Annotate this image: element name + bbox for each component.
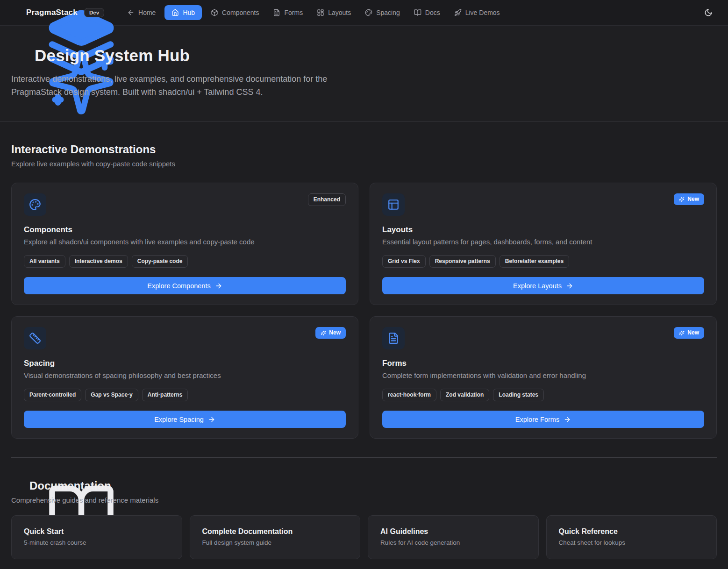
- nav-item-spacing[interactable]: Spacing: [360, 5, 405, 20]
- docs-section-title: Documentation: [29, 479, 111, 492]
- card-title: Layouts: [382, 225, 704, 235]
- moon-icon: [704, 8, 713, 17]
- tag-row: react-hook-form Zod validation Loading s…: [382, 389, 704, 401]
- file-text-icon: [382, 327, 405, 349]
- demo-card-components: Enhanced Components Explore all shadcn/u…: [11, 183, 358, 305]
- doc-card-ai-guidelines[interactable]: AI Guidelines Rules for AI code generati…: [368, 515, 539, 559]
- ruler-icon: [24, 327, 46, 349]
- tag: Before/after examples: [500, 255, 569, 268]
- card-description: Explore all shadcn/ui components with li…: [24, 238, 346, 246]
- doc-card-description: Cheat sheet for lookups: [559, 539, 705, 546]
- doc-card-title: Quick Reference: [559, 527, 705, 536]
- tag: Anti-patterns: [142, 389, 188, 401]
- main-nav: Home Hub Components Forms Layouts Spacin…: [122, 5, 505, 20]
- tag: react-hook-form: [382, 389, 436, 401]
- tag: Responsive patterns: [429, 255, 496, 268]
- sparkles-icon: [11, 47, 28, 64]
- doc-card-description: 5-minute crash course: [24, 539, 170, 546]
- nav-item-home[interactable]: Home: [122, 5, 161, 20]
- doc-card-quick-start[interactable]: Quick Start 5-minute crash course: [11, 515, 182, 559]
- tag-row: All variants Interactive demos Copy-past…: [24, 255, 346, 268]
- nav-item-components[interactable]: Components: [206, 5, 264, 20]
- tag: Interactive demos: [69, 255, 128, 268]
- book-open-icon: [414, 9, 421, 16]
- card-title: Components: [24, 225, 346, 235]
- nav-item-docs[interactable]: Docs: [409, 5, 445, 20]
- arrow-right-icon: [215, 282, 222, 290]
- layers-logo-icon: [11, 7, 21, 18]
- nav-item-layouts[interactable]: Layouts: [312, 5, 356, 20]
- doc-card-title: Quick Start: [24, 527, 170, 536]
- doc-card-quick-reference[interactable]: Quick Reference Cheat sheet for lookups: [546, 515, 717, 559]
- layout-dashboard-icon: [317, 9, 324, 16]
- brand[interactable]: PragmaStack Dev: [11, 7, 104, 18]
- brand-name: PragmaStack: [26, 8, 78, 17]
- arrow-right-icon: [208, 416, 215, 423]
- card-description: Visual demonstrations of spacing philoso…: [24, 371, 346, 379]
- nav-item-hub[interactable]: Hub: [164, 5, 202, 20]
- demo-card-layouts: New Layouts Essential layout patterns fo…: [370, 183, 717, 305]
- rocket-icon: [454, 9, 462, 16]
- top-navbar: PragmaStack Dev Home Hub Components Form…: [0, 0, 728, 26]
- explore-spacing-button[interactable]: Explore Spacing: [24, 411, 346, 428]
- arrow-left-icon: [127, 9, 135, 16]
- doc-card-description: Rules for AI code generation: [380, 539, 526, 546]
- demo-card-forms: New Forms Complete form implementations …: [370, 316, 717, 439]
- tag: Zod validation: [440, 389, 489, 401]
- doc-card-title: Complete Documentation: [202, 527, 348, 536]
- main-content: Interactive Demonstrations Explore live …: [0, 143, 728, 559]
- env-badge: Dev: [84, 8, 104, 17]
- arrow-right-icon: [564, 416, 571, 423]
- doc-card-title: AI Guidelines: [380, 527, 526, 536]
- tag: Loading states: [493, 389, 544, 401]
- theme-toggle-button[interactable]: [700, 4, 717, 21]
- docs-section-subtitle: Comprehensive guides and reference mater…: [11, 496, 717, 504]
- new-badge: New: [674, 193, 704, 205]
- tag-row: Grid vs Flex Responsive patterns Before/…: [382, 255, 704, 268]
- palette-icon: [24, 193, 46, 216]
- tag: Grid vs Flex: [382, 255, 426, 268]
- demo-card-spacing: New Spacing Visual demonstrations of spa…: [11, 316, 358, 439]
- card-title: Forms: [382, 359, 704, 368]
- new-badge: New: [674, 327, 704, 339]
- nav-item-forms[interactable]: Forms: [268, 5, 308, 20]
- sparkles-icon: [679, 197, 685, 202]
- doc-card-description: Full design system guide: [202, 539, 348, 546]
- new-badge: New: [315, 327, 346, 339]
- card-description: Complete form implementations with valid…: [382, 371, 704, 379]
- tag: Parent-controlled: [24, 389, 81, 401]
- sparkles-icon: [321, 330, 326, 336]
- home-icon: [171, 9, 179, 16]
- explore-forms-button[interactable]: Explore Forms: [382, 411, 704, 428]
- box-icon: [211, 9, 218, 16]
- sparkles-icon: [679, 330, 685, 336]
- tag: All variants: [24, 255, 65, 268]
- arrow-right-icon: [566, 282, 573, 290]
- page-description: Interactive demonstrations, live example…: [11, 72, 361, 99]
- status-badge: Enhanced: [308, 193, 346, 206]
- panels-top-left-icon: [382, 193, 405, 216]
- demo-card-grid: Enhanced Components Explore all shadcn/u…: [11, 183, 717, 439]
- book-open-icon: [11, 480, 24, 492]
- explore-layouts-button[interactable]: Explore Layouts: [382, 277, 704, 294]
- nav-item-live-demos[interactable]: Live Demos: [449, 5, 505, 20]
- docs-card-grid: Quick Start 5-minute crash course Comple…: [11, 515, 717, 559]
- file-text-icon: [273, 9, 280, 16]
- tag-row: Parent-controlled Gap vs Space-y Anti-pa…: [24, 389, 346, 401]
- explore-components-button[interactable]: Explore Components: [24, 277, 346, 294]
- card-description: Essential layout patterns for pages, das…: [382, 238, 704, 246]
- demos-section-title: Interactive Demonstrations: [11, 143, 717, 156]
- section-divider: [11, 457, 717, 458]
- demos-section-subtitle: Explore live examples with copy-paste co…: [11, 160, 717, 168]
- page-title: Design System Hub: [35, 46, 190, 65]
- palette-icon: [365, 9, 372, 16]
- doc-card-complete-documentation[interactable]: Complete Documentation Full design syste…: [190, 515, 361, 559]
- tag: Copy-paste code: [132, 255, 188, 268]
- tag: Gap vs Space-y: [85, 389, 138, 401]
- card-title: Spacing: [24, 359, 346, 368]
